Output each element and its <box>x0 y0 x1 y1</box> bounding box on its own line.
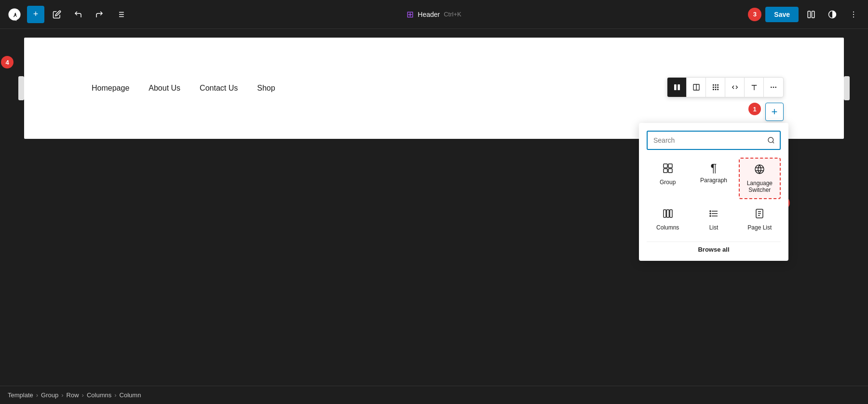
canvas-resize-handle-right[interactable] <box>844 76 850 100</box>
header-title: Header <box>418 11 440 18</box>
save-button[interactable]: Save <box>765 7 799 22</box>
wp-logo[interactable] <box>6 6 23 23</box>
block-tb-columns-button[interactable] <box>667 78 687 97</box>
more-options-button[interactable] <box>845 6 862 23</box>
undo-button[interactable] <box>69 6 87 23</box>
svg-rect-20 <box>713 87 714 88</box>
contrast-icon <box>828 10 837 19</box>
svg-rect-14 <box>678 84 680 90</box>
svg-point-27 <box>773 87 774 88</box>
view-toggle-icon <box>807 10 815 19</box>
breadcrumb-sep-1: › <box>36 391 38 399</box>
header-shortcut: Ctrl+K <box>444 11 461 18</box>
svg-rect-37 <box>666 210 669 217</box>
language-switcher-block-label: Language Switcher <box>743 180 777 193</box>
breadcrumb-bar: Template › Group › Row › Columns › Colum… <box>0 386 868 404</box>
list-view-button[interactable] <box>112 6 129 23</box>
breadcrumb-template[interactable]: Template <box>8 391 33 399</box>
browse-all-link[interactable]: Browse all <box>647 242 781 253</box>
svg-rect-13 <box>674 84 677 90</box>
block-item-group[interactable]: Group <box>647 158 689 199</box>
svg-point-44 <box>710 215 711 216</box>
top-toolbar: + ⊞ Header Ctrl+K 3 <box>0 0 868 29</box>
block-tb-grid-button[interactable] <box>706 78 725 97</box>
breadcrumb-column[interactable]: Column <box>120 391 141 399</box>
svg-rect-36 <box>664 210 666 217</box>
svg-point-11 <box>853 13 854 14</box>
svg-point-29 <box>768 137 773 143</box>
pen-icon <box>53 10 61 19</box>
page-list-block-icon <box>754 208 765 221</box>
more-icon <box>770 83 777 91</box>
list-block-label: List <box>709 224 719 231</box>
text-icon <box>750 83 758 91</box>
group-block-label: Group <box>660 179 676 186</box>
block-item-page-list[interactable]: Page List <box>739 203 781 236</box>
undo-icon <box>74 10 82 19</box>
svg-rect-18 <box>715 84 716 86</box>
block-toolbar <box>667 77 784 97</box>
contrast-button[interactable] <box>824 6 841 23</box>
svg-line-30 <box>773 142 774 143</box>
canvas-area: Homepage About Us Contact Us Shop <box>0 29 868 386</box>
nav-item-homepage[interactable]: Homepage <box>92 84 129 93</box>
block-item-paragraph[interactable]: ¶ Paragraph <box>692 158 734 199</box>
search-input[interactable] <box>648 133 762 148</box>
paragraph-block-icon: ¶ <box>711 162 717 174</box>
nav-item-aboutus[interactable]: About Us <box>149 84 180 93</box>
columns-block-label: Columns <box>656 224 679 231</box>
header-title-area: ⊞ Header Ctrl+K <box>407 9 461 20</box>
columns-icon <box>673 83 681 91</box>
search-box <box>647 131 781 150</box>
svg-rect-23 <box>713 89 714 90</box>
breadcrumb-group[interactable]: Group <box>41 391 58 399</box>
breadcrumb-row[interactable]: Row <box>67 391 79 399</box>
nav-item-contactus[interactable]: Contact Us <box>200 84 238 93</box>
svg-rect-33 <box>664 169 667 173</box>
svg-rect-24 <box>715 89 716 90</box>
redo-button[interactable] <box>91 6 108 23</box>
badge-4: 4 <box>1 56 14 68</box>
view-toggle-button[interactable] <box>802 6 820 23</box>
svg-rect-38 <box>670 210 672 217</box>
grid-icon <box>712 83 719 91</box>
badge-1: 1 <box>748 103 761 115</box>
add-block-toolbar-button[interactable]: + <box>27 6 44 23</box>
list-block-icon <box>708 208 719 221</box>
svg-rect-22 <box>717 87 719 88</box>
more-options-icon <box>849 10 858 19</box>
svg-rect-32 <box>668 164 672 168</box>
toolbar-right: 3 Save <box>748 6 862 23</box>
block-tb-text-button[interactable] <box>745 78 764 97</box>
block-item-columns[interactable]: Columns <box>647 203 689 236</box>
search-submit-button[interactable] <box>762 132 780 149</box>
nav-item-shop[interactable]: Shop <box>257 84 275 93</box>
search-icon <box>767 136 775 144</box>
svg-rect-21 <box>715 87 716 88</box>
block-tb-more-button[interactable] <box>764 78 783 97</box>
breadcrumb-sep-3: › <box>82 391 84 399</box>
svg-point-43 <box>710 213 711 214</box>
list-icon <box>116 10 125 19</box>
paragraph-block-label: Paragraph <box>700 177 727 184</box>
block-item-language-switcher[interactable]: Language Switcher <box>739 158 781 199</box>
badge-3: 3 <box>748 8 761 21</box>
block-tb-halfcol-button[interactable] <box>687 78 706 97</box>
language-switcher-block-icon <box>754 163 765 177</box>
svg-point-42 <box>710 211 711 212</box>
edit-button[interactable] <box>48 6 66 23</box>
group-block-icon <box>662 162 674 176</box>
breadcrumb-sep-2: › <box>61 391 63 399</box>
block-item-list[interactable]: List <box>692 203 734 236</box>
block-tb-code-button[interactable] <box>725 78 745 97</box>
header-icon: ⊞ <box>407 9 414 20</box>
code-icon <box>731 83 739 91</box>
add-block-button[interactable]: + <box>765 103 784 121</box>
canvas-resize-handle-left[interactable] <box>18 76 24 100</box>
halfcol-icon <box>692 83 700 91</box>
svg-rect-17 <box>713 84 714 86</box>
svg-rect-7 <box>808 11 810 18</box>
block-picker-popup: Group ¶ Paragraph Language Switcher <box>639 123 788 261</box>
columns-block-icon <box>662 208 674 221</box>
breadcrumb-columns[interactable]: Columns <box>87 391 111 399</box>
